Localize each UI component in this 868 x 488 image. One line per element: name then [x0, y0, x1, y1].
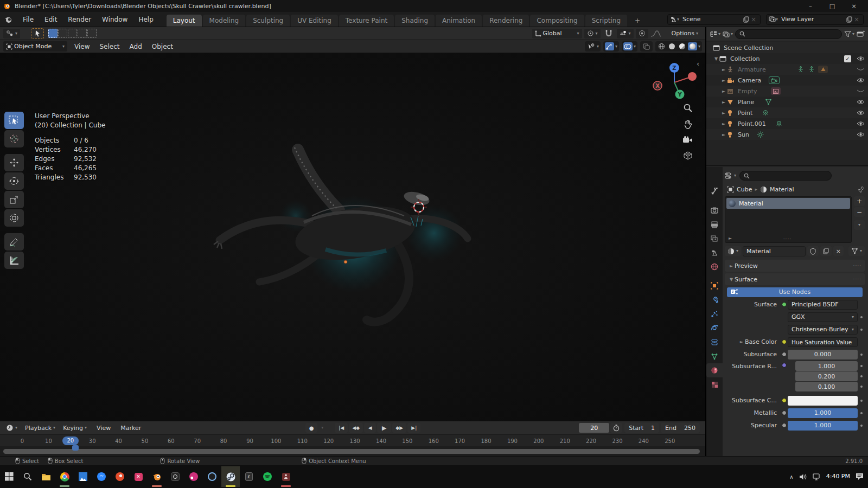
outliner-row-empty[interactable]: ► Empty: [706, 86, 868, 97]
obs-icon[interactable]: [166, 466, 184, 487]
decorator-dot[interactable]: [860, 316, 863, 318]
remove-slot-button[interactable]: −: [854, 207, 865, 217]
menu-file[interactable]: File: [17, 16, 39, 23]
outliner-display-mode-dropdown[interactable]: ▾: [710, 31, 720, 37]
panel-grip[interactable]: ····: [853, 277, 861, 282]
subsurface-method-dropdown[interactable]: Christensen-Burley▾: [788, 325, 858, 335]
proportional-editing-button[interactable]: [636, 29, 648, 38]
sidebar-collapse-arrow[interactable]: ‹: [697, 60, 699, 68]
tab-particles[interactable]: [706, 307, 723, 321]
ortho-grid-icon[interactable]: [683, 151, 693, 160]
eye-open-icon[interactable]: [857, 132, 865, 137]
scene-selector[interactable]: ▾ Scene ×: [667, 14, 761, 25]
tab-modifiers[interactable]: [706, 293, 723, 307]
decorator-dot[interactable]: [860, 329, 863, 331]
tool-measure[interactable]: [4, 252, 24, 269]
outliner-row-sun[interactable]: ► Sun: [706, 129, 868, 140]
auto-keying-toggle[interactable]: ●: [305, 423, 317, 433]
eye-closed-icon[interactable]: [857, 88, 865, 94]
prev-keyframe-button[interactable]: ◀◆: [349, 423, 363, 433]
menu-render[interactable]: Render: [62, 16, 97, 23]
xray-toggle[interactable]: [640, 41, 653, 52]
workspace-tab-shading[interactable]: Shading: [395, 15, 435, 27]
panel-grip[interactable]: ····: [853, 263, 861, 268]
tab-physics[interactable]: [706, 321, 723, 335]
epic-games-icon[interactable]: ε: [240, 466, 258, 487]
maroon-app-icon[interactable]: [277, 466, 295, 487]
tab-view-layer[interactable]: [706, 232, 723, 246]
tool-rotate[interactable]: [4, 172, 24, 190]
subsurface-radius-x[interactable]: 1.000: [795, 361, 858, 371]
pink-app-icon[interactable]: ✕: [129, 466, 148, 487]
workspace-tab-compositing[interactable]: Compositing: [530, 15, 584, 27]
eye-open-icon[interactable]: [857, 99, 865, 105]
frame-start-field[interactable]: Start1: [624, 423, 659, 433]
expand-icon[interactable]: ►: [720, 132, 727, 137]
magenta-app-icon[interactable]: [184, 466, 203, 487]
preview-panel-header[interactable]: ► Preview ····: [725, 260, 865, 272]
decorator-dot[interactable]: [860, 412, 863, 414]
close-button[interactable]: ×: [843, 0, 865, 12]
spotify-icon[interactable]: [258, 466, 277, 487]
select-mode-set-button[interactable]: [48, 29, 58, 38]
tab-scene[interactable]: [706, 246, 723, 260]
mode-dropdown[interactable]: Object Mode ▾: [3, 41, 67, 52]
outliner-row-plane[interactable]: ► Plane: [706, 97, 868, 107]
playback-menu[interactable]: Playback▾: [22, 423, 58, 433]
breadcrumb-object[interactable]: Cube: [737, 186, 752, 193]
use-preview-range-toggle[interactable]: [610, 423, 622, 433]
network-icon[interactable]: [813, 473, 821, 480]
subsurface-radius-z[interactable]: 0.100: [795, 382, 858, 391]
messenger-icon[interactable]: [92, 466, 111, 487]
outliner-row-scene-collection[interactable]: Scene Collection: [706, 42, 868, 53]
browser-swirl-icon[interactable]: [111, 466, 129, 487]
auto-keying-dropdown[interactable]: ▾: [318, 423, 326, 433]
tool-cursor[interactable]: [4, 130, 24, 147]
expand-icon[interactable]: ►: [720, 111, 727, 115]
outliner-row-collection[interactable]: ▼ Collection ✓: [706, 53, 868, 64]
play-button[interactable]: ▶: [377, 423, 391, 433]
photos-app-icon[interactable]: [74, 466, 92, 487]
frame-end-field[interactable]: End250: [661, 423, 700, 433]
select-mode-subtract-button[interactable]: [68, 29, 77, 38]
viewport-3d[interactable]: User Perspective (20) Collection | Cube …: [0, 53, 705, 421]
workspace-tab-texturepaint[interactable]: Texture Paint: [339, 15, 394, 27]
subsurface-slider[interactable]: 0.000: [788, 350, 858, 359]
collapse-icon[interactable]: ▼: [713, 56, 719, 61]
eye-open-icon[interactable]: [857, 78, 865, 83]
file-explorer-icon[interactable]: [37, 466, 55, 487]
play-reverse-button[interactable]: ◀: [364, 423, 376, 433]
timeline-marker-menu[interactable]: Marker: [116, 425, 146, 432]
eye-open-icon[interactable]: [857, 110, 865, 115]
list-resize-grip[interactable]: ····: [783, 236, 792, 242]
tab-texture[interactable]: [706, 377, 723, 391]
breadcrumb-material[interactable]: Material: [770, 186, 794, 193]
expand-icon[interactable]: ►: [720, 89, 727, 94]
keying-menu[interactable]: Keying▾: [60, 423, 90, 433]
select-mode-invert-button[interactable]: [78, 29, 87, 38]
view-layer-selector[interactable]: ▾ View Layer ×: [766, 14, 864, 25]
workspace-tab-rendering[interactable]: Rendering: [483, 15, 529, 27]
timeline-view-menu[interactable]: View: [92, 425, 116, 432]
blender-taskbar-icon[interactable]: [148, 466, 166, 487]
outliner-row-point001[interactable]: ► Point.001: [706, 118, 868, 129]
tab-world[interactable]: [706, 260, 723, 274]
shading-material-button[interactable]: [678, 42, 687, 50]
viewport-menu-object[interactable]: Object: [147, 43, 178, 50]
new-material-copy-button[interactable]: [820, 246, 832, 256]
tool-select-box[interactable]: [4, 112, 24, 129]
outliner-row-point[interactable]: ► Point: [706, 107, 868, 118]
snapping-dropdown[interactable]: ▾: [617, 29, 634, 38]
eye-closed-icon[interactable]: [857, 67, 865, 72]
next-keyframe-button[interactable]: ◆▶: [392, 423, 406, 433]
menu-help[interactable]: Help: [133, 16, 158, 23]
maximize-button[interactable]: □: [821, 0, 843, 12]
slot-expand-icon[interactable]: ►: [729, 236, 732, 241]
decorator-dot[interactable]: [860, 354, 863, 356]
decorator-dot[interactable]: [860, 375, 863, 377]
subsurface-color-swatch[interactable]: [788, 396, 858, 406]
surface-panel-header[interactable]: ▼ Surface ····: [725, 273, 865, 285]
pin-icon[interactable]: [858, 186, 865, 193]
tab-constraints[interactable]: [706, 335, 723, 349]
taskbar-search-icon[interactable]: [18, 466, 37, 487]
